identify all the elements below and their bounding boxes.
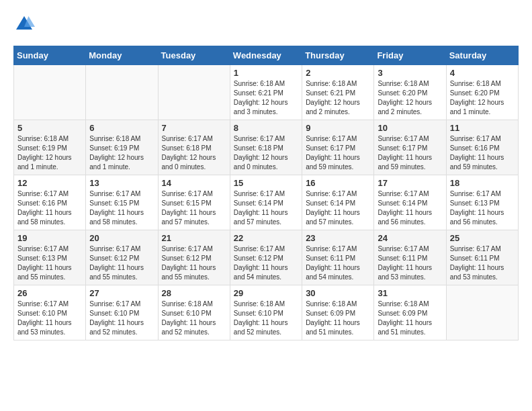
day-info: Sunrise: 6:17 AM Sunset: 6:14 PM Dayligh…	[306, 189, 370, 227]
day-number: 28	[162, 288, 226, 298]
day-number: 21	[162, 233, 226, 243]
day-cell: 20Sunrise: 6:17 AM Sunset: 6:12 PM Dayli…	[86, 230, 158, 285]
day-info: Sunrise: 6:17 AM Sunset: 6:14 PM Dayligh…	[234, 189, 298, 227]
day-number: 4	[450, 68, 515, 78]
day-cell: 18Sunrise: 6:17 AM Sunset: 6:13 PM Dayli…	[446, 175, 518, 230]
day-cell	[158, 65, 230, 120]
day-number: 22	[234, 233, 298, 243]
day-number: 24	[378, 233, 442, 243]
weekday-header-wednesday: Wednesday	[230, 46, 302, 65]
day-info: Sunrise: 6:18 AM Sunset: 6:20 PM Dayligh…	[450, 79, 515, 117]
day-cell	[86, 65, 158, 120]
day-number: 25	[450, 233, 515, 243]
day-info: Sunrise: 6:18 AM Sunset: 6:10 PM Dayligh…	[162, 300, 226, 337]
day-number: 12	[17, 178, 82, 188]
day-cell: 27Sunrise: 6:17 AM Sunset: 6:10 PM Dayli…	[86, 285, 158, 340]
day-cell: 22Sunrise: 6:17 AM Sunset: 6:12 PM Dayli…	[230, 230, 302, 285]
day-number: 14	[162, 178, 226, 188]
weekday-header-friday: Friday	[374, 46, 446, 65]
day-number: 27	[89, 288, 154, 298]
day-info: Sunrise: 6:17 AM Sunset: 6:14 PM Dayligh…	[378, 189, 442, 227]
day-info: Sunrise: 6:17 AM Sunset: 6:15 PM Dayligh…	[89, 189, 154, 227]
day-number: 13	[89, 178, 154, 188]
header	[13, 13, 519, 35]
day-cell: 31Sunrise: 6:18 AM Sunset: 6:09 PM Dayli…	[374, 285, 446, 340]
day-cell: 13Sunrise: 6:17 AM Sunset: 6:15 PM Dayli…	[86, 175, 158, 230]
weekday-header-tuesday: Tuesday	[158, 46, 230, 65]
day-cell: 25Sunrise: 6:17 AM Sunset: 6:11 PM Dayli…	[446, 230, 518, 285]
day-number: 9	[306, 123, 370, 133]
day-info: Sunrise: 6:17 AM Sunset: 6:12 PM Dayligh…	[89, 244, 154, 282]
day-info: Sunrise: 6:17 AM Sunset: 6:16 PM Dayligh…	[450, 134, 515, 172]
day-cell: 2Sunrise: 6:18 AM Sunset: 6:21 PM Daylig…	[302, 65, 374, 120]
week-row-3: 12Sunrise: 6:17 AM Sunset: 6:16 PM Dayli…	[14, 175, 519, 230]
day-number: 1	[234, 68, 298, 78]
day-info: Sunrise: 6:18 AM Sunset: 6:09 PM Dayligh…	[306, 300, 370, 337]
day-cell: 8Sunrise: 6:17 AM Sunset: 6:18 PM Daylig…	[230, 120, 302, 175]
day-number: 8	[234, 123, 298, 133]
day-cell: 16Sunrise: 6:17 AM Sunset: 6:14 PM Dayli…	[302, 175, 374, 230]
day-number: 10	[378, 123, 442, 133]
day-info: Sunrise: 6:18 AM Sunset: 6:21 PM Dayligh…	[306, 79, 370, 117]
day-info: Sunrise: 6:18 AM Sunset: 6:20 PM Dayligh…	[378, 79, 442, 117]
week-row-1: 1Sunrise: 6:18 AM Sunset: 6:21 PM Daylig…	[14, 65, 519, 120]
day-cell: 4Sunrise: 6:18 AM Sunset: 6:20 PM Daylig…	[446, 65, 518, 120]
day-cell: 6Sunrise: 6:18 AM Sunset: 6:19 PM Daylig…	[86, 120, 158, 175]
logo-icon	[13, 13, 35, 35]
day-number: 30	[306, 288, 370, 298]
day-info: Sunrise: 6:17 AM Sunset: 6:13 PM Dayligh…	[17, 244, 82, 282]
weekday-header-sunday: Sunday	[14, 46, 86, 65]
day-info: Sunrise: 6:18 AM Sunset: 6:19 PM Dayligh…	[89, 134, 154, 172]
day-cell: 7Sunrise: 6:17 AM Sunset: 6:18 PM Daylig…	[158, 120, 230, 175]
day-number: 29	[234, 288, 298, 298]
calendar: SundayMondayTuesdayWednesdayThursdayFrid…	[13, 46, 519, 340]
day-cell: 15Sunrise: 6:17 AM Sunset: 6:14 PM Dayli…	[230, 175, 302, 230]
day-cell: 29Sunrise: 6:18 AM Sunset: 6:10 PM Dayli…	[230, 285, 302, 340]
weekday-header-monday: Monday	[86, 46, 158, 65]
weekday-header-saturday: Saturday	[446, 46, 518, 65]
day-number: 5	[17, 123, 82, 133]
day-number: 11	[450, 123, 515, 133]
day-info: Sunrise: 6:17 AM Sunset: 6:15 PM Dayligh…	[162, 189, 226, 227]
day-cell: 17Sunrise: 6:17 AM Sunset: 6:14 PM Dayli…	[374, 175, 446, 230]
day-number: 18	[450, 178, 515, 188]
day-info: Sunrise: 6:18 AM Sunset: 6:19 PM Dayligh…	[17, 134, 82, 172]
day-cell	[446, 285, 518, 340]
day-cell: 26Sunrise: 6:17 AM Sunset: 6:10 PM Dayli…	[14, 285, 86, 340]
weekday-header-row: SundayMondayTuesdayWednesdayThursdayFrid…	[14, 46, 519, 65]
day-info: Sunrise: 6:17 AM Sunset: 6:10 PM Dayligh…	[17, 300, 82, 337]
day-number: 15	[234, 178, 298, 188]
day-cell: 21Sunrise: 6:17 AM Sunset: 6:12 PM Dayli…	[158, 230, 230, 285]
day-cell: 30Sunrise: 6:18 AM Sunset: 6:09 PM Dayli…	[302, 285, 374, 340]
day-info: Sunrise: 6:18 AM Sunset: 6:21 PM Dayligh…	[234, 79, 298, 117]
day-info: Sunrise: 6:17 AM Sunset: 6:11 PM Dayligh…	[306, 244, 370, 282]
day-number: 3	[378, 68, 442, 78]
day-number: 20	[89, 233, 154, 243]
weekday-header-thursday: Thursday	[302, 46, 374, 65]
week-row-5: 26Sunrise: 6:17 AM Sunset: 6:10 PM Dayli…	[14, 285, 519, 340]
day-number: 16	[306, 178, 370, 188]
day-info: Sunrise: 6:17 AM Sunset: 6:18 PM Dayligh…	[162, 134, 226, 172]
day-cell: 12Sunrise: 6:17 AM Sunset: 6:16 PM Dayli…	[14, 175, 86, 230]
day-cell	[14, 65, 86, 120]
day-info: Sunrise: 6:17 AM Sunset: 6:10 PM Dayligh…	[89, 300, 154, 337]
day-info: Sunrise: 6:18 AM Sunset: 6:09 PM Dayligh…	[378, 300, 442, 337]
week-row-4: 19Sunrise: 6:17 AM Sunset: 6:13 PM Dayli…	[14, 230, 519, 285]
day-info: Sunrise: 6:18 AM Sunset: 6:10 PM Dayligh…	[234, 300, 298, 337]
day-cell: 23Sunrise: 6:17 AM Sunset: 6:11 PM Dayli…	[302, 230, 374, 285]
day-number: 2	[306, 68, 370, 78]
day-cell: 10Sunrise: 6:17 AM Sunset: 6:17 PM Dayli…	[374, 120, 446, 175]
day-number: 17	[378, 178, 442, 188]
day-cell: 24Sunrise: 6:17 AM Sunset: 6:11 PM Dayli…	[374, 230, 446, 285]
day-info: Sunrise: 6:17 AM Sunset: 6:18 PM Dayligh…	[234, 134, 298, 172]
day-number: 26	[17, 288, 82, 298]
day-cell: 14Sunrise: 6:17 AM Sunset: 6:15 PM Dayli…	[158, 175, 230, 230]
day-info: Sunrise: 6:17 AM Sunset: 6:16 PM Dayligh…	[17, 189, 82, 227]
day-info: Sunrise: 6:17 AM Sunset: 6:12 PM Dayligh…	[234, 244, 298, 282]
day-number: 7	[162, 123, 226, 133]
day-number: 6	[89, 123, 154, 133]
day-cell: 28Sunrise: 6:18 AM Sunset: 6:10 PM Dayli…	[158, 285, 230, 340]
day-cell: 11Sunrise: 6:17 AM Sunset: 6:16 PM Dayli…	[446, 120, 518, 175]
day-cell: 1Sunrise: 6:18 AM Sunset: 6:21 PM Daylig…	[230, 65, 302, 120]
day-info: Sunrise: 6:17 AM Sunset: 6:17 PM Dayligh…	[306, 134, 370, 172]
